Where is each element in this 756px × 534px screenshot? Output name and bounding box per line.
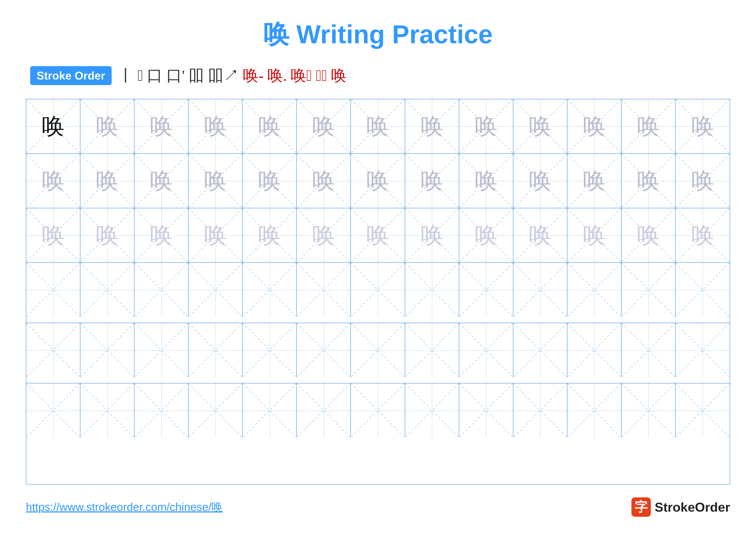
grid-cell-r4-c7[interactable] bbox=[351, 263, 405, 317]
grid-cell-r5-c7[interactable] bbox=[351, 323, 405, 377]
grid-cell-r1-c1[interactable]: 唤 bbox=[26, 99, 80, 153]
grid-cell-r2-c7[interactable]: 唤 bbox=[351, 154, 405, 208]
char-display: 唤 bbox=[312, 115, 335, 138]
grid-cell-r3-c13[interactable]: 唤 bbox=[676, 208, 730, 262]
char-display: 唤 bbox=[204, 224, 227, 247]
grid-cell-r4-c2[interactable] bbox=[80, 263, 134, 317]
grid-cell-r4-c6[interactable] bbox=[297, 263, 351, 317]
grid-cell-r6-c11[interactable] bbox=[567, 383, 622, 438]
grid-row-1: 唤 唤 唤 bbox=[26, 99, 730, 154]
stroke-3: 口 bbox=[147, 65, 162, 86]
grid-cell-r5-c8[interactable] bbox=[405, 323, 459, 377]
char-display: 唤 bbox=[312, 169, 335, 192]
grid-cell-r4-c9[interactable] bbox=[459, 263, 513, 317]
char-display: 唤 bbox=[475, 169, 498, 192]
grid-cell-r2-c6[interactable]: 唤 bbox=[297, 154, 351, 208]
grid-cell-r2-c2[interactable]: 唤 bbox=[80, 154, 134, 208]
grid-cell-r1-c4[interactable]: 唤 bbox=[189, 99, 243, 153]
grid-cell-r3-c7[interactable]: 唤 bbox=[351, 208, 405, 262]
grid-cell-r2-c1[interactable]: 唤 bbox=[26, 154, 80, 208]
grid-cell-r2-c9[interactable]: 唤 bbox=[459, 154, 513, 208]
grid-cell-r1-c10[interactable]: 唤 bbox=[513, 99, 567, 153]
grid-cell-r1-c9[interactable]: 唤 bbox=[459, 99, 513, 153]
grid-cell-r2-c3[interactable]: 唤 bbox=[134, 154, 189, 208]
grid-cell-r1-c6[interactable]: 唤 bbox=[297, 99, 351, 153]
grid-cell-r6-c10[interactable] bbox=[513, 383, 567, 438]
grid-cell-r1-c11[interactable]: 唤 bbox=[567, 99, 622, 153]
grid-cell-r2-c13[interactable]: 唤 bbox=[676, 154, 730, 208]
grid-cell-r4-c3[interactable] bbox=[134, 263, 189, 317]
grid-cell-r6-c5[interactable] bbox=[243, 383, 297, 438]
footer-url-link[interactable]: https://www.strokeorder.com/chinese/唤 bbox=[26, 499, 223, 515]
grid-cell-r1-c12[interactable]: 唤 bbox=[622, 99, 676, 153]
grid-cell-r1-c2[interactable]: 唤 bbox=[80, 99, 134, 153]
grid-cell-r6-c2[interactable] bbox=[80, 383, 134, 438]
grid-cell-r6-c1[interactable] bbox=[26, 383, 80, 438]
grid-cell-r3-c12[interactable]: 唤 bbox=[622, 208, 676, 262]
grid-cell-r6-c9[interactable] bbox=[459, 383, 513, 438]
grid-cell-r3-c6[interactable]: 唤 bbox=[297, 208, 351, 262]
grid-cell-r1-c3[interactable]: 唤 bbox=[134, 99, 189, 153]
grid-cell-r2-c11[interactable]: 唤 bbox=[567, 154, 622, 208]
grid-cell-r3-c2[interactable]: 唤 bbox=[80, 208, 134, 262]
grid-cell-r6-c4[interactable] bbox=[189, 383, 243, 438]
grid-cell-r4-c10[interactable] bbox=[513, 263, 567, 317]
grid-cell-r2-c12[interactable]: 唤 bbox=[622, 154, 676, 208]
grid-cell-r6-c3[interactable] bbox=[134, 383, 189, 438]
char-display: 唤 bbox=[204, 169, 227, 192]
grid-cell-r2-c10[interactable]: 唤 bbox=[513, 154, 567, 208]
grid-cell-r1-c8[interactable]: 唤 bbox=[405, 99, 459, 153]
grid-cell-r1-c13[interactable]: 唤 bbox=[676, 99, 730, 153]
grid-cell-r5-c5[interactable] bbox=[243, 323, 297, 377]
grid-cell-r3-c8[interactable]: 唤 bbox=[405, 208, 459, 262]
grid-cell-r2-c4[interactable]: 唤 bbox=[189, 154, 243, 208]
grid-cell-r1-c7[interactable]: 唤 bbox=[351, 99, 405, 153]
grid-cell-r3-c11[interactable]: 唤 bbox=[567, 208, 622, 262]
grid-cell-r5-c2[interactable] bbox=[80, 323, 134, 377]
grid-cell-r5-c13[interactable] bbox=[676, 323, 730, 377]
grid-cell-r5-c1[interactable] bbox=[26, 323, 80, 377]
grid-cell-r5-c10[interactable] bbox=[513, 323, 567, 377]
grid-cell-r6-c12[interactable] bbox=[622, 383, 676, 438]
stroke-order-row: Stroke Order 丨 𠃌 口 口' 吅 吅↗ 唤- 唤. 唤𠃊 唤̣ 唤 bbox=[26, 65, 730, 86]
grid-cell-r2-c5[interactable]: 唤 bbox=[243, 154, 297, 208]
char-display: 唤 bbox=[204, 115, 227, 138]
stroke-10: 唤̣ bbox=[316, 67, 327, 85]
grid-cell-r6-c6[interactable] bbox=[297, 383, 351, 438]
grid-cell-r3-c3[interactable]: 唤 bbox=[134, 208, 189, 262]
logo-char: 字 bbox=[635, 498, 648, 516]
grid-cell-r3-c5[interactable]: 唤 bbox=[243, 208, 297, 262]
grid-cell-r4-c5[interactable] bbox=[243, 263, 297, 317]
title-text: Writing Practice bbox=[289, 20, 493, 49]
char-display: 唤 bbox=[583, 224, 606, 247]
grid-cell-r5-c4[interactable] bbox=[189, 323, 243, 377]
grid-cell-r6-c13[interactable] bbox=[676, 383, 730, 438]
grid-cell-r3-c1[interactable]: 唤 bbox=[26, 208, 80, 262]
grid-row-2: 唤 唤 唤 唤 唤 唤 唤 bbox=[26, 154, 730, 208]
char-display: 唤 bbox=[529, 115, 552, 138]
grid-cell-r4-c12[interactable] bbox=[622, 263, 676, 317]
char-display: 唤 bbox=[258, 115, 281, 138]
grid-cell-r4-c13[interactable] bbox=[676, 263, 730, 317]
grid-cell-r5-c12[interactable] bbox=[622, 323, 676, 377]
char-display: 唤 bbox=[96, 169, 119, 192]
grid-cell-r3-c9[interactable]: 唤 bbox=[459, 208, 513, 262]
grid-cell-r6-c7[interactable] bbox=[351, 383, 405, 438]
grid-cell-r1-c5[interactable]: 唤 bbox=[243, 99, 297, 153]
grid-cell-r6-c8[interactable] bbox=[405, 383, 459, 438]
grid-cell-r5-c6[interactable] bbox=[297, 323, 351, 377]
grid-cell-r5-c11[interactable] bbox=[567, 323, 622, 377]
grid-cell-r2-c8[interactable]: 唤 bbox=[405, 154, 459, 208]
logo-icon: 字 bbox=[632, 497, 651, 517]
grid-cell-r4-c11[interactable] bbox=[567, 263, 622, 317]
grid-cell-r3-c10[interactable]: 唤 bbox=[513, 208, 567, 262]
grid-cell-r5-c3[interactable] bbox=[134, 323, 189, 377]
grid-cell-r4-c1[interactable] bbox=[26, 263, 80, 317]
grid-cell-r3-c4[interactable]: 唤 bbox=[189, 208, 243, 262]
grid-cell-r4-c8[interactable] bbox=[405, 263, 459, 317]
grid-cell-r4-c4[interactable] bbox=[189, 263, 243, 317]
stroke-4: 口' bbox=[166, 65, 185, 86]
grid-cell-r5-c9[interactable] bbox=[459, 323, 513, 377]
char-display: 唤 bbox=[42, 115, 65, 138]
char-display: 唤 bbox=[150, 115, 173, 138]
